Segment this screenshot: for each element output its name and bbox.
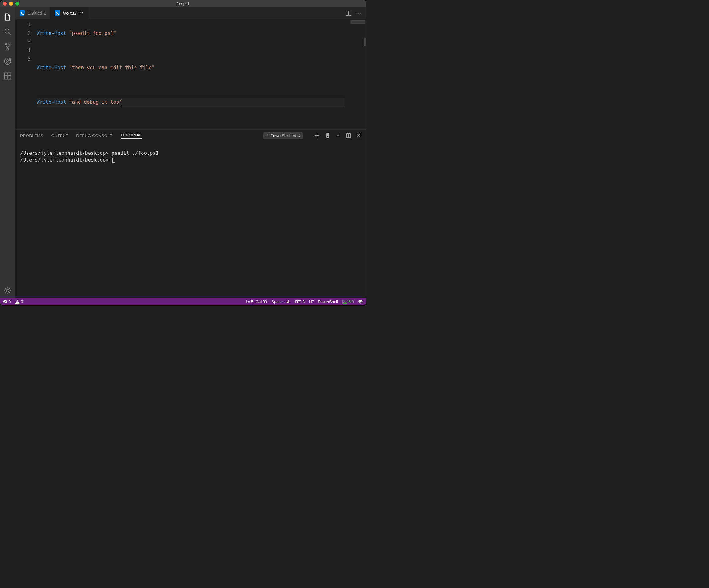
svg-point-21 xyxy=(360,301,360,302)
powershell-icon xyxy=(20,10,25,16)
code-line xyxy=(37,46,348,55)
svg-point-15 xyxy=(358,12,359,14)
terminal-line: /Users/tylerleonhardt/Desktop> psedit ./… xyxy=(20,150,159,156)
close-icon xyxy=(80,11,83,15)
titlebar[interactable]: foo.ps1 xyxy=(0,0,366,7)
activity-extensions[interactable] xyxy=(0,69,15,83)
svg-point-2 xyxy=(8,43,10,45)
warning-icon xyxy=(15,300,20,304)
code-area[interactable]: Write-Host "psedit foo.ps1" Write-Host "… xyxy=(37,19,348,129)
activity-debug[interactable] xyxy=(0,54,15,69)
status-errors[interactable]: 0 xyxy=(3,300,11,304)
editor-tabs: Untitled-1 foo.ps1 xyxy=(15,7,366,19)
powershell-icon xyxy=(55,10,60,16)
status-powershell-version[interactable]: 6.0 xyxy=(342,300,354,304)
window-controls xyxy=(3,2,19,5)
error-icon xyxy=(3,300,7,304)
status-warning-count: 0 xyxy=(21,300,23,304)
close-window-button[interactable] xyxy=(3,2,7,5)
panel-tab-terminal[interactable]: TERMINAL xyxy=(121,133,141,138)
panel-tabs: PROBLEMS OUTPUT DEBUG CONSOLE TERMINAL 1… xyxy=(15,130,366,141)
source-control-icon xyxy=(3,42,12,51)
status-bar: 0 0 Ln 5, Col 30 Spaces: 4 UTF-8 LF Powe… xyxy=(0,298,366,305)
code-line: Write-Host "then you can edit this file" xyxy=(37,63,348,72)
svg-point-3 xyxy=(7,48,8,50)
status-eol[interactable]: LF xyxy=(309,300,314,304)
svg-rect-6 xyxy=(5,73,7,76)
editor[interactable]: 1 2 3 4 5 Write-Host "psedit foo.ps1" Wr… xyxy=(15,19,366,129)
status-feedback[interactable] xyxy=(358,299,363,304)
line-number: 4 xyxy=(15,46,31,55)
vscode-window: foo.ps1 xyxy=(0,0,366,305)
text-cursor xyxy=(122,99,122,106)
panel-tab-problems[interactable]: PROBLEMS xyxy=(20,133,43,138)
activity-search[interactable] xyxy=(0,24,15,39)
line-number: 5 xyxy=(15,55,31,63)
svg-point-16 xyxy=(360,12,361,14)
status-ps-version-text: 6.0 xyxy=(348,300,354,304)
minimap[interactable] xyxy=(348,19,366,129)
activity-bar xyxy=(0,7,15,298)
activity-source-control[interactable] xyxy=(0,39,15,54)
split-editor-icon[interactable] xyxy=(345,10,351,16)
terminal-selector[interactable]: 1: PowerShell Int xyxy=(263,132,303,139)
svg-point-0 xyxy=(5,29,9,33)
maximize-panel-icon[interactable] xyxy=(346,133,351,138)
terminal-prompt-icon xyxy=(342,300,347,304)
minimize-window-button[interactable] xyxy=(9,2,13,5)
panel: PROBLEMS OUTPUT DEBUG CONSOLE TERMINAL 1… xyxy=(15,129,366,298)
svg-point-14 xyxy=(356,12,357,14)
status-indentation[interactable]: Spaces: 4 xyxy=(271,300,289,304)
svg-point-22 xyxy=(361,301,362,302)
tab-label: foo.ps1 xyxy=(63,11,77,16)
kill-terminal-icon[interactable] xyxy=(325,133,330,138)
line-number-gutter: 1 2 3 4 5 xyxy=(15,19,37,129)
overview-ruler-mark xyxy=(364,37,366,46)
status-encoding[interactable]: UTF-8 xyxy=(293,300,305,304)
close-panel-icon[interactable] xyxy=(356,133,361,138)
gear-icon xyxy=(3,286,12,295)
smiley-icon xyxy=(358,299,363,304)
line-number: 2 xyxy=(15,29,31,37)
line-number: 1 xyxy=(15,21,31,29)
search-icon xyxy=(3,28,12,36)
status-error-count: 0 xyxy=(8,300,11,304)
activity-settings[interactable] xyxy=(0,283,15,298)
extensions-icon xyxy=(3,72,12,80)
svg-rect-9 xyxy=(8,73,11,76)
tab-label: Untitled-1 xyxy=(28,11,46,16)
chevron-up-icon[interactable] xyxy=(336,133,340,138)
tab-close-button[interactable] xyxy=(79,11,84,16)
panel-tab-debug-console[interactable]: DEBUG CONSOLE xyxy=(76,133,112,138)
svg-rect-8 xyxy=(8,76,11,79)
panel-tab-output[interactable]: OUTPUT xyxy=(51,133,68,138)
new-terminal-icon[interactable] xyxy=(315,133,320,138)
files-icon xyxy=(3,13,12,21)
window-title: foo.ps1 xyxy=(0,2,366,6)
zoom-window-button[interactable] xyxy=(15,2,19,5)
code-line xyxy=(37,80,348,89)
svg-point-10 xyxy=(6,289,9,292)
code-line: Write-Host "and debug it too" xyxy=(37,98,348,107)
terminal-cursor xyxy=(112,158,115,163)
tab-foo-ps1[interactable]: foo.ps1 xyxy=(50,7,89,19)
terminal[interactable]: /Users/tylerleonhardt/Desktop> psedit ./… xyxy=(15,141,366,298)
terminal-line: /Users/tylerleonhardt/Desktop> xyxy=(20,157,112,163)
code-line: Write-Host "psedit foo.ps1" xyxy=(37,29,348,37)
svg-point-1 xyxy=(5,43,6,45)
status-cursor-position[interactable]: Ln 5, Col 30 xyxy=(245,300,267,304)
more-icon[interactable] xyxy=(356,10,362,16)
svg-rect-7 xyxy=(5,76,7,79)
status-language-mode[interactable]: PowerShell xyxy=(318,300,338,304)
activity-explorer[interactable] xyxy=(0,10,15,24)
line-number: 3 xyxy=(15,37,31,46)
svg-point-20 xyxy=(359,300,363,304)
status-warnings[interactable]: 0 xyxy=(15,300,23,304)
tab-untitled-1[interactable]: Untitled-1 xyxy=(15,7,50,19)
debug-icon xyxy=(3,57,12,66)
